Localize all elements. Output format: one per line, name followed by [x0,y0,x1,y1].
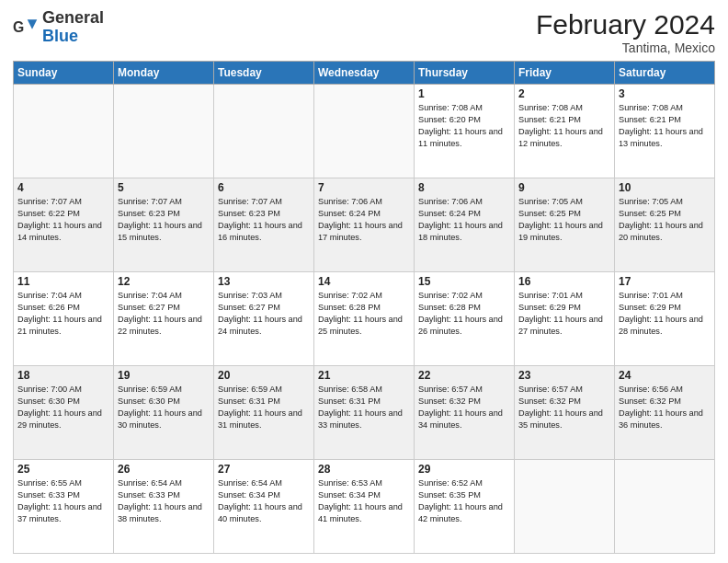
day-number: 8 [418,181,510,194]
calendar-cell [314,85,415,178]
location: Tantima, Mexico [536,40,715,55]
day-number: 21 [318,369,410,382]
day-info: Sunrise: 7:08 AMSunset: 6:21 PMDaylight:… [518,102,610,150]
calendar-cell: 20Sunrise: 6:59 AMSunset: 6:31 PMDayligh… [214,366,314,460]
svg-text:G: G [13,19,24,35]
day-info: Sunrise: 7:05 AMSunset: 6:25 PMDaylight:… [518,196,610,244]
day-info: Sunrise: 6:54 AMSunset: 6:33 PMDaylight:… [118,477,210,525]
logo-general: General [42,8,104,27]
logo-icon: G [13,15,39,40]
day-info: Sunrise: 6:59 AMSunset: 6:31 PMDaylight:… [218,384,310,431]
day-info: Sunrise: 6:59 AMSunset: 6:30 PMDaylight:… [118,384,210,431]
day-info: Sunrise: 6:53 AMSunset: 6:34 PMDaylight:… [318,477,410,525]
calendar-cell: 25Sunrise: 6:55 AMSunset: 6:33 PMDayligh… [14,460,114,554]
calendar-table: SundayMondayTuesdayWednesdayThursdayFrid… [13,61,715,554]
col-header-sunday: Sunday [14,62,114,85]
day-info: Sunrise: 7:07 AMSunset: 6:22 PMDaylight:… [17,196,109,244]
calendar-cell: 6Sunrise: 7:07 AMSunset: 6:23 PMDaylight… [214,178,314,272]
day-info: Sunrise: 7:04 AMSunset: 6:26 PMDaylight:… [17,290,109,338]
day-number: 4 [17,181,109,194]
calendar-cell: 16Sunrise: 7:01 AMSunset: 6:29 PMDayligh… [515,272,615,366]
day-number: 23 [518,369,610,382]
day-number: 18 [17,369,109,382]
day-number: 1 [418,87,510,100]
day-number: 20 [218,369,310,382]
calendar-cell: 21Sunrise: 6:58 AMSunset: 6:31 PMDayligh… [314,366,415,460]
calendar-cell: 3Sunrise: 7:08 AMSunset: 6:21 PMDaylight… [615,85,715,178]
calendar-cell: 14Sunrise: 7:02 AMSunset: 6:28 PMDayligh… [314,272,415,366]
calendar-cell: 2Sunrise: 7:08 AMSunset: 6:21 PMDaylight… [515,85,615,178]
day-number: 2 [518,87,610,100]
day-info: Sunrise: 7:01 AMSunset: 6:29 PMDaylight:… [619,290,711,338]
calendar-cell [214,85,314,178]
day-info: Sunrise: 7:02 AMSunset: 6:28 PMDaylight:… [418,290,510,338]
calendar-cell: 15Sunrise: 7:02 AMSunset: 6:28 PMDayligh… [415,272,515,366]
day-info: Sunrise: 6:56 AMSunset: 6:32 PMDaylight:… [619,384,711,431]
day-number: 19 [118,369,210,382]
col-header-tuesday: Tuesday [214,62,314,85]
calendar-cell: 29Sunrise: 6:52 AMSunset: 6:35 PMDayligh… [415,460,515,554]
day-number: 29 [418,463,510,476]
day-number: 28 [318,463,410,476]
day-number: 11 [17,275,109,288]
day-number: 5 [118,181,210,194]
col-header-wednesday: Wednesday [314,62,415,85]
calendar-cell: 9Sunrise: 7:05 AMSunset: 6:25 PMDaylight… [515,178,615,272]
title-block: February 2024 Tantima, Mexico [536,9,715,55]
col-header-friday: Friday [515,62,615,85]
day-info: Sunrise: 6:58 AMSunset: 6:31 PMDaylight:… [318,384,410,431]
day-info: Sunrise: 7:05 AMSunset: 6:25 PMDaylight:… [619,196,711,244]
calendar-cell: 28Sunrise: 6:53 AMSunset: 6:34 PMDayligh… [314,460,415,554]
day-info: Sunrise: 7:01 AMSunset: 6:29 PMDaylight:… [518,290,610,338]
calendar-cell: 18Sunrise: 7:00 AMSunset: 6:30 PMDayligh… [14,366,114,460]
logo-blue: Blue [42,27,78,45]
day-info: Sunrise: 6:54 AMSunset: 6:34 PMDaylight:… [218,477,310,525]
day-number: 25 [17,463,109,476]
day-number: 15 [418,275,510,288]
calendar-cell [515,460,615,554]
day-info: Sunrise: 7:08 AMSunset: 6:20 PMDaylight:… [418,102,510,150]
calendar-cell: 19Sunrise: 6:59 AMSunset: 6:30 PMDayligh… [114,366,214,460]
day-info: Sunrise: 7:08 AMSunset: 6:21 PMDaylight:… [619,102,711,150]
day-info: Sunrise: 6:55 AMSunset: 6:33 PMDaylight:… [17,477,109,525]
calendar-week-row: 4Sunrise: 7:07 AMSunset: 6:22 PMDaylight… [14,178,715,272]
day-info: Sunrise: 6:52 AMSunset: 6:35 PMDaylight:… [418,477,510,525]
calendar-cell [114,85,214,178]
month-year: February 2024 [536,9,715,40]
calendar-cell: 27Sunrise: 6:54 AMSunset: 6:34 PMDayligh… [214,460,314,554]
svg-marker-1 [28,19,38,29]
day-number: 9 [518,181,610,194]
day-info: Sunrise: 7:02 AMSunset: 6:28 PMDaylight:… [318,290,410,338]
calendar-cell: 4Sunrise: 7:07 AMSunset: 6:22 PMDaylight… [14,178,114,272]
day-info: Sunrise: 7:03 AMSunset: 6:27 PMDaylight:… [218,290,310,338]
calendar-cell: 23Sunrise: 6:57 AMSunset: 6:32 PMDayligh… [515,366,615,460]
day-number: 10 [619,181,711,194]
calendar-cell: 22Sunrise: 6:57 AMSunset: 6:32 PMDayligh… [415,366,515,460]
calendar-cell [615,460,715,554]
day-number: 13 [218,275,310,288]
col-header-saturday: Saturday [615,62,715,85]
calendar-cell: 13Sunrise: 7:03 AMSunset: 6:27 PMDayligh… [214,272,314,366]
day-number: 22 [418,369,510,382]
day-info: Sunrise: 7:04 AMSunset: 6:27 PMDaylight:… [118,290,210,338]
calendar-cell: 24Sunrise: 6:56 AMSunset: 6:32 PMDayligh… [615,366,715,460]
calendar-week-row: 25Sunrise: 6:55 AMSunset: 6:33 PMDayligh… [14,460,715,554]
day-info: Sunrise: 6:57 AMSunset: 6:32 PMDaylight:… [518,384,610,431]
calendar-cell [14,85,114,178]
day-number: 17 [619,275,711,288]
calendar-cell: 8Sunrise: 7:06 AMSunset: 6:24 PMDaylight… [415,178,515,272]
day-number: 27 [218,463,310,476]
calendar-cell: 26Sunrise: 6:54 AMSunset: 6:33 PMDayligh… [114,460,214,554]
day-number: 14 [318,275,410,288]
calendar-week-row: 18Sunrise: 7:00 AMSunset: 6:30 PMDayligh… [14,366,715,460]
day-info: Sunrise: 7:00 AMSunset: 6:30 PMDaylight:… [17,384,109,431]
day-number: 3 [619,87,711,100]
page-header: G General Blue February 2024 Tantima, Me… [13,9,715,55]
logo: G General Blue [13,9,104,46]
calendar-cell: 7Sunrise: 7:06 AMSunset: 6:24 PMDaylight… [314,178,415,272]
day-number: 6 [218,181,310,194]
calendar-header-row: SundayMondayTuesdayWednesdayThursdayFrid… [14,62,715,85]
calendar-cell: 5Sunrise: 7:07 AMSunset: 6:23 PMDaylight… [114,178,214,272]
day-info: Sunrise: 7:07 AMSunset: 6:23 PMDaylight:… [218,196,310,244]
calendar-cell: 17Sunrise: 7:01 AMSunset: 6:29 PMDayligh… [615,272,715,366]
